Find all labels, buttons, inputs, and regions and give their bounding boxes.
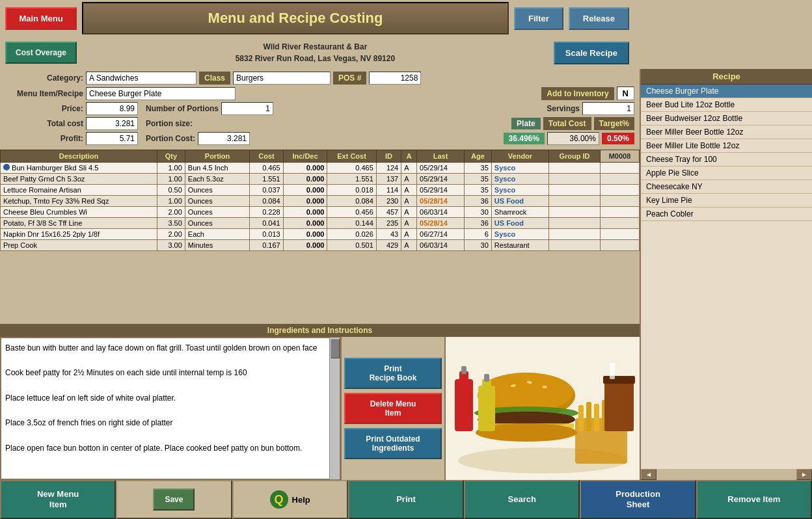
price-input[interactable] — [86, 102, 138, 115]
portions-input[interactable] — [221, 102, 273, 115]
target-label: Target% — [594, 117, 634, 130]
cell-incdec: 0.000 — [283, 163, 327, 174]
cell-incdec: 0.000 — [283, 174, 327, 185]
cell-cost: 0.041 — [250, 218, 283, 229]
category-input[interactable] — [86, 72, 196, 85]
svg-rect-9 — [603, 376, 635, 384]
cell-portion: Bun 4.5 Inch — [185, 163, 250, 174]
delete-menu-button[interactable]: Delete Menu Item — [344, 393, 442, 424]
recipe-list-item[interactable]: Key Lime Pie — [641, 194, 812, 207]
plate-badge: Plate — [511, 118, 541, 129]
recipe-list-item[interactable]: Beer Bud Lite 12oz Bottle — [641, 98, 812, 112]
table-row[interactable]: Lettuce Romaine Artisan 0.50 Ounces 0.03… — [1, 185, 640, 196]
filter-button[interactable]: Filter — [514, 7, 563, 30]
cell-last: 06/27/14 — [417, 229, 465, 240]
main-menu-button[interactable]: Main Menu — [5, 7, 77, 30]
menu-item-label: Menu Item/Recipe — [5, 89, 83, 98]
cell-extcost: 0.465 — [327, 163, 376, 174]
cell-groupid — [549, 229, 601, 240]
profit-input[interactable] — [86, 132, 138, 145]
recipe-list-item[interactable]: Cheesecake NY — [641, 180, 812, 194]
cell-vendor: Sysco — [491, 229, 548, 240]
recipe-list-item[interactable]: Beer Budweiser 12oz Bottle — [641, 112, 812, 126]
release-button[interactable]: Release — [569, 7, 629, 30]
col-incdec: Inc/Dec — [283, 150, 327, 163]
recipe-scroll-right[interactable]: ► — [796, 469, 812, 480]
cell-age: 35 — [464, 174, 491, 185]
class-input[interactable] — [233, 72, 331, 85]
recipe-list-item[interactable]: Peach Cobler — [641, 207, 812, 221]
burger-svg — [448, 340, 637, 477]
pos-input[interactable] — [369, 72, 421, 85]
cell-vendor: Sysco — [491, 163, 548, 174]
table-row[interactable]: Napkin Dnr 15x16.25 2ply 1/8f 2.00 Each … — [1, 229, 640, 240]
cell-a: A — [401, 229, 417, 240]
cell-desc: Prep Cook — [1, 240, 157, 251]
help-label[interactable]: Help — [292, 495, 310, 505]
cell-portion: Ounces — [185, 196, 250, 207]
recipe-list-item[interactable]: Cheese Tray for 100 — [641, 153, 812, 166]
menu-item-input[interactable] — [86, 87, 236, 100]
pct-value: 36.496% — [504, 133, 545, 144]
col-groupid: Group ID — [549, 150, 601, 163]
portion-cost-label: Portion Cost: — [146, 134, 195, 143]
recipe-list-item[interactable]: Apple Pie Slice — [641, 166, 812, 180]
print-button[interactable]: Print — [348, 480, 464, 519]
cell-record — [600, 229, 639, 240]
recipe-list: Cheese Burger PlateBeer Bud Lite 12oz Bo… — [641, 85, 812, 469]
cell-portion: Ounces — [185, 207, 250, 218]
total-cost-input[interactable] — [86, 117, 138, 130]
cell-groupid — [549, 163, 601, 174]
portion-cost-input[interactable] — [198, 132, 250, 145]
col-cost: Cost — [250, 150, 283, 163]
recipe-list-item[interactable]: Beer Miller Lite Bottle 12oz — [641, 139, 812, 153]
cell-record — [600, 174, 639, 185]
recipe-list-item[interactable]: Cheese Burger Plate — [641, 85, 812, 98]
scroll-thumb[interactable] — [331, 339, 340, 358]
cell-a: A — [401, 185, 417, 196]
recipe-list-item[interactable]: Beer Miller Beer Bottle 12oz — [641, 126, 812, 139]
table-row[interactable]: Cheese Bleu Crumbles Wi 2.00 Ounces 0.22… — [1, 207, 640, 218]
save-button[interactable]: Save — [153, 488, 195, 511]
svg-rect-23 — [461, 366, 467, 374]
cell-cost: 0.228 — [250, 207, 283, 218]
remove-item-button[interactable]: Remove Item — [696, 480, 812, 519]
cell-age: 35 — [464, 163, 491, 174]
cell-vendor: US Food — [491, 218, 548, 229]
save-area[interactable]: Save — [116, 480, 232, 519]
cell-a: A — [401, 163, 417, 174]
cell-extcost: 0.084 — [327, 196, 376, 207]
cell-desc: Lettuce Romaine Artisan — [1, 185, 157, 196]
add-inventory-label: Add to Inventory — [541, 87, 614, 100]
profit-label: Profit: — [5, 134, 83, 143]
table-row[interactable]: Potato, Ff 3/8 Sc Tff Line 3.50 Ounces 0… — [1, 218, 640, 229]
table-row[interactable]: Bun Hamburger Bkd Sli 4.5 1.00 Bun 4.5 I… — [1, 163, 640, 174]
print-recipe-button[interactable]: Print Recipe Book — [344, 358, 442, 389]
target-input[interactable] — [547, 132, 599, 145]
cost-overage-button[interactable]: Cost Overage — [5, 42, 77, 64]
col-last: Last — [417, 150, 465, 163]
production-sheet-button[interactable]: Production Sheet — [580, 480, 696, 519]
cell-qty: 1.00 — [157, 163, 185, 174]
recipe-scroll-arrows: ◄ ► — [641, 469, 812, 480]
cell-extcost: 1.551 — [327, 174, 376, 185]
svg-rect-10 — [610, 363, 615, 379]
scale-recipe-button[interactable]: Scale Recipe — [554, 42, 629, 64]
new-menu-item-button[interactable]: New Menu Item — [0, 480, 116, 519]
search-button[interactable]: Search — [464, 480, 580, 519]
help-area[interactable]: Q Help — [232, 480, 348, 519]
table-row[interactable]: Ketchup, Tmto Fcy 33% Red Sqz 1.00 Ounce… — [1, 196, 640, 207]
cell-qty: 2.00 — [157, 207, 185, 218]
cell-id: 235 — [376, 218, 401, 229]
servings-input[interactable] — [582, 102, 634, 115]
svg-rect-8 — [604, 379, 634, 431]
cell-cost: 0.037 — [250, 185, 283, 196]
cell-groupid — [549, 185, 601, 196]
class-label: Class — [199, 72, 230, 85]
cell-age: 35 — [464, 185, 491, 196]
recipe-scroll-left[interactable]: ◄ — [641, 469, 656, 480]
table-row[interactable]: Prep Cook 3.00 Minutes 0.167 0.000 0.501… — [1, 240, 640, 251]
table-row[interactable]: Beef Patty Grnd Ch 5.3oz 1.00 Each 5.3oz… — [1, 174, 640, 185]
col-id: ID — [376, 150, 401, 163]
print-outdated-button[interactable]: Print Outdated Ingredients — [344, 428, 442, 459]
